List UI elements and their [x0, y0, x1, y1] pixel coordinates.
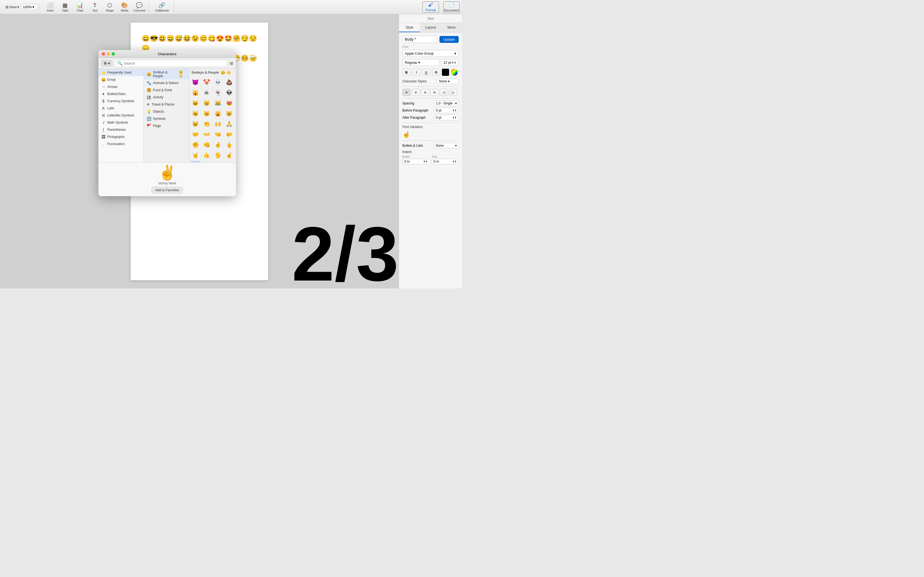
text-indent-value[interactable]: 0 in ⬆⬇ [432, 159, 459, 164]
category-pictographs[interactable]: 🖼 Pictographs [99, 133, 144, 140]
category-arrows[interactable]: → Arrows [99, 83, 144, 90]
emoji-cell[interactable]: 👊 [202, 140, 212, 150]
emoji-cell[interactable]: 🖕 [224, 140, 234, 150]
subcategory-smileys[interactable]: 😀 Smileys & People 😊👋 [144, 69, 189, 79]
text-options-button[interactable]: ⚙ [432, 69, 440, 76]
category-math[interactable]: √ Math Symbols [99, 119, 144, 126]
comment-button[interactable]: 💬 Comment [132, 1, 147, 13]
emoji-cell[interactable]: 💩 [224, 77, 234, 87]
subcategory-objects[interactable]: 💡 Objects [144, 108, 189, 115]
emoji-cell[interactable]: 😸 [202, 98, 212, 108]
category-letterlike[interactable]: ℵ Letterlike Symbols [99, 112, 144, 119]
insert-button[interactable]: ⬜ Insert [43, 1, 58, 13]
minimize-button[interactable] [107, 52, 110, 55]
emoji-cell[interactable]: 🙏 [224, 119, 234, 129]
emoji-cell[interactable]: 🤜 [213, 129, 223, 139]
collaborate-button[interactable]: 🔗 Collaborate [152, 1, 171, 13]
tab-layout[interactable]: Layout [420, 23, 441, 32]
category-emoji[interactable]: 😀 Emoji [99, 76, 144, 83]
emoji-cell[interactable]: 😺 [190, 98, 200, 108]
table-button[interactable]: ▦ Table [58, 1, 72, 13]
category-punctuation[interactable]: . Punctuation [99, 140, 144, 148]
category-currency[interactable]: $ Currency Symbols [99, 98, 144, 105]
bold-button[interactable]: B [402, 69, 410, 76]
subcategory-activity[interactable]: ⚽ Activity [144, 94, 189, 101]
subcategory-flags[interactable]: 🚩 Flags [144, 122, 189, 129]
bullets-value[interactable]: None ▾ [434, 143, 459, 148]
emoji-cell[interactable]: 🖖 [213, 150, 223, 160]
tab-style[interactable]: Style [399, 23, 420, 32]
font-size-box[interactable]: 12 pt ⬆⬇ [441, 59, 459, 66]
emoji-cell[interactable]: ✊ [190, 140, 200, 150]
indent-increase-button[interactable]: ▷ [449, 89, 457, 96]
emoji-cell[interactable]: 🤙 [202, 150, 212, 160]
emoji-cell[interactable]: 💀 [213, 77, 223, 87]
text-button[interactable]: T Text [88, 1, 102, 13]
emoji-cell[interactable]: 🙀 [213, 108, 223, 118]
shape-button[interactable]: ⬡ Shape [103, 1, 117, 13]
font-name-selector[interactable]: Apple Color Emoji ▾ [402, 50, 459, 57]
emoji-cell[interactable]: 😻 [224, 98, 234, 108]
emoji-cell-selected[interactable]: ✌ [190, 161, 200, 163]
update-button[interactable]: Update [439, 36, 459, 43]
underline-button[interactable]: U [422, 69, 430, 76]
emoji-cell[interactable]: 🤛 [224, 129, 234, 139]
spacing-value[interactable]: 1.0 - Single ▾ [434, 101, 459, 106]
search-box[interactable]: 🔍 [115, 60, 228, 67]
category-frequently-used[interactable]: ⭐ Frequently Used [99, 69, 144, 76]
maximize-button[interactable] [111, 52, 115, 55]
emoji-cell[interactable]: 🤘 [190, 150, 200, 160]
font-style-selector[interactable]: Regular ▾ [402, 59, 439, 66]
emoji-cell[interactable]: 🙀 [190, 88, 200, 98]
emoji-cell[interactable]: ☝ [224, 161, 234, 163]
emoji-cell[interactable]: 🤞 [213, 140, 223, 150]
emoji-cell[interactable]: 😿 [224, 108, 234, 118]
close-button[interactable] [102, 52, 105, 55]
char-styles-value[interactable]: None ▾ [437, 79, 459, 84]
italic-button[interactable]: I [412, 69, 420, 76]
emoji-cell[interactable]: 👏 [202, 119, 212, 129]
view-control[interactable]: ⊞ View ▾ [5, 5, 20, 9]
before-para-value[interactable]: 0 pt ⬆⬇ [434, 108, 459, 113]
emoji-cell[interactable]: 😽 [202, 108, 212, 118]
emoji-cell[interactable]: 😹 [213, 98, 223, 108]
subcategory-food[interactable]: 🍔 Food & Drink [144, 87, 189, 94]
emoji-cell[interactable]: 👻 [213, 88, 223, 98]
emoji-cell[interactable]: 👐 [202, 129, 212, 139]
media-button[interactable]: 🎨 Media [118, 1, 132, 13]
emoji-cell[interactable]: ✋ [202, 161, 212, 163]
category-parentheses[interactable]: ( Parentheses [99, 126, 144, 133]
subcategory-travel[interactable]: ✈ Travel & Places [144, 101, 189, 108]
bullet-indent-value[interactable]: 0 in ⬆⬇ [402, 159, 430, 164]
emoji-cell[interactable]: 🤡 [202, 77, 212, 87]
gear-button[interactable]: ⚙ ▾ [101, 60, 113, 66]
subcategory-symbols[interactable]: 🔣 Symbols [144, 115, 189, 122]
grid-view-button[interactable]: ⊞ [229, 61, 233, 66]
search-input[interactable] [124, 61, 225, 65]
add-to-favorites-button[interactable]: Add to Favorites [152, 187, 183, 193]
emoji-cell[interactable]: 👽 [224, 88, 234, 98]
tab-more[interactable]: More [441, 23, 462, 32]
emoji-cell[interactable]: ☠ [202, 88, 212, 98]
emoji-cell[interactable]: 😈 [190, 77, 200, 87]
category-latin[interactable]: A Latin [99, 105, 144, 112]
emoji-cell[interactable]: 😼 [190, 108, 200, 118]
align-right-button[interactable]: ≡ [421, 89, 429, 96]
subcategory-animals[interactable]: 🐾 Animals & Nature [144, 79, 189, 87]
emoji-cell[interactable]: ☝ [224, 150, 234, 160]
after-para-value[interactable]: 0 pt ⬆⬇ [434, 115, 459, 120]
format-button[interactable]: 🖌 Format [422, 2, 439, 13]
emoji-cell[interactable]: 🖐 [213, 161, 223, 163]
color-picker-button[interactable] [451, 69, 458, 76]
text-color-swatch[interactable] [442, 69, 449, 76]
chart-button[interactable]: 📊 Chart [73, 1, 87, 13]
category-bullets[interactable]: ✦ Bullets/Stars [99, 90, 144, 98]
emoji-cell[interactable]: 😾 [190, 119, 200, 129]
body-selector[interactable]: Body * [402, 36, 437, 43]
document-button[interactable]: 📄 Document [443, 2, 460, 13]
zoom-control[interactable]: 100% ▾ [21, 4, 37, 10]
emoji-cell[interactable]: 🤝 [190, 129, 200, 139]
emoji-cell[interactable]: 🙌 [213, 119, 223, 129]
indent-decrease-button[interactable]: ◁ [440, 89, 448, 96]
align-left-button[interactable]: ≡ [402, 89, 410, 96]
